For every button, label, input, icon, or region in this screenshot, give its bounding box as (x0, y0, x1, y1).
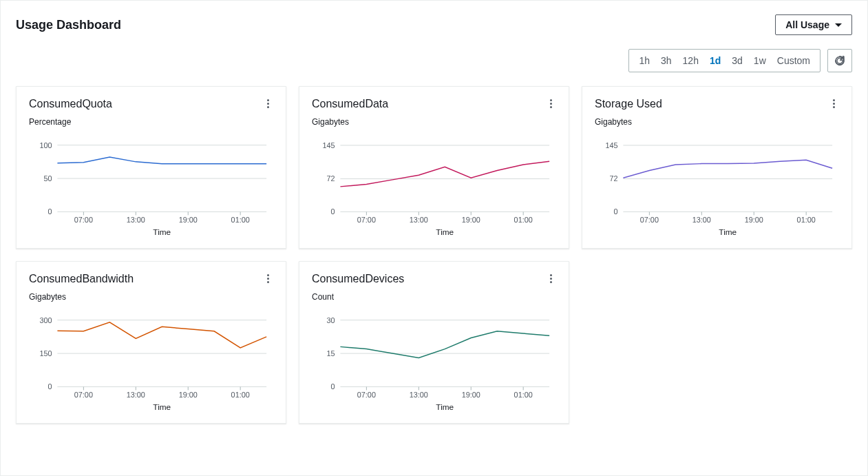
svg-text:0: 0 (47, 207, 52, 216)
svg-text:50: 50 (43, 174, 52, 183)
svg-text:72: 72 (609, 174, 617, 183)
svg-text:07:00: 07:00 (357, 216, 376, 224)
card-menu-button[interactable] (263, 98, 273, 110)
chart-card-consumeddata: ConsumedDataGigabytes07214507:0013:0019:… (299, 86, 569, 249)
svg-text:Time: Time (436, 402, 454, 412)
card-title: ConsumedBandwidth (29, 273, 134, 285)
svg-text:0: 0 (330, 207, 335, 216)
svg-text:Time: Time (436, 227, 454, 237)
caret-down-icon (835, 23, 842, 27)
svg-text:72: 72 (326, 174, 335, 183)
card-menu-button[interactable] (546, 273, 556, 284)
svg-text:150: 150 (39, 349, 52, 358)
card-menu-button[interactable] (263, 273, 273, 284)
filter-dropdown[interactable]: All Usage (775, 14, 852, 35)
svg-text:07:00: 07:00 (74, 216, 93, 224)
card-header: ConsumedData (312, 98, 556, 110)
kebab-icon (550, 274, 552, 283)
card-title: ConsumedData (312, 98, 388, 110)
chart-svg: 07214507:0013:0019:0001:00Time (312, 131, 556, 241)
time-range-1w[interactable]: 1w (748, 52, 772, 69)
refresh-button[interactable] (827, 49, 852, 72)
card-header: ConsumedDevices (312, 273, 556, 285)
card-header: Storage Used (595, 98, 839, 110)
chart-svg: 0153007:0013:0019:0001:00Time (312, 306, 556, 416)
card-menu-button[interactable] (546, 98, 556, 110)
card-title: ConsumedDevices (312, 273, 404, 285)
chart-svg: 05010007:0013:0019:0001:00Time (29, 131, 273, 241)
card-title: Storage Used (595, 98, 662, 110)
time-range-3h[interactable]: 3h (655, 52, 677, 69)
kebab-icon (550, 99, 552, 108)
refresh-icon (834, 55, 845, 66)
svg-text:01:00: 01:00 (514, 391, 533, 399)
controls-row: 1h3h12h1d3d1wCustom (16, 49, 852, 72)
svg-text:19:00: 19:00 (745, 216, 763, 224)
svg-text:01:00: 01:00 (231, 216, 250, 224)
chart-y-axis-label: Percentage (29, 117, 273, 127)
svg-text:01:00: 01:00 (797, 216, 816, 224)
card-title: ConsumedQuota (29, 98, 112, 110)
svg-text:300: 300 (39, 316, 52, 324)
svg-text:19:00: 19:00 (179, 391, 198, 399)
svg-text:Time: Time (719, 227, 737, 237)
chart-card-consumedquota: ConsumedQuotaPercentage05010007:0013:001… (16, 86, 286, 249)
svg-text:Time: Time (153, 402, 171, 412)
card-header: ConsumedBandwidth (29, 273, 273, 285)
card-header: ConsumedQuota (29, 98, 273, 110)
svg-text:0: 0 (330, 382, 335, 391)
chart-y-axis-label: Gigabytes (312, 117, 556, 127)
chart-series-line (623, 160, 832, 178)
time-range-custom[interactable]: Custom (772, 52, 816, 69)
svg-text:13:00: 13:00 (410, 216, 428, 224)
time-range-12h[interactable]: 12h (677, 52, 704, 69)
svg-text:13:00: 13:00 (127, 391, 145, 399)
chart-series-line (57, 322, 266, 348)
svg-text:01:00: 01:00 (231, 391, 250, 399)
svg-text:07:00: 07:00 (74, 391, 93, 399)
chart-y-axis-label: Gigabytes (29, 292, 273, 302)
filter-dropdown-label: All Usage (785, 19, 829, 30)
card-menu-button[interactable] (829, 98, 839, 110)
chart-series-line (340, 161, 549, 187)
kebab-icon (267, 99, 269, 108)
svg-text:Time: Time (153, 227, 171, 237)
svg-text:100: 100 (39, 141, 52, 149)
svg-text:19:00: 19:00 (462, 216, 480, 224)
time-range-selector: 1h3h12h1d3d1wCustom (628, 49, 821, 72)
kebab-icon (267, 274, 269, 283)
chart-card-storage-used: Storage UsedGigabytes07214507:0013:0019:… (582, 86, 852, 249)
chart-y-axis-label: Count (312, 292, 556, 302)
chart-card-consumedbandwidth: ConsumedBandwidthGigabytes015030007:0013… (16, 261, 286, 424)
page-title: Usage Dashboard (16, 18, 121, 32)
time-range-3d[interactable]: 3d (726, 52, 748, 69)
svg-text:13:00: 13:00 (692, 216, 711, 224)
time-range-1d[interactable]: 1d (704, 52, 726, 69)
chart-card-consumeddevices: ConsumedDevicesCount0153007:0013:0019:00… (299, 261, 569, 424)
chart-series-line (340, 331, 549, 358)
chart-svg: 015030007:0013:0019:0001:00Time (29, 306, 273, 416)
svg-text:19:00: 19:00 (462, 391, 480, 399)
svg-text:13:00: 13:00 (127, 216, 145, 224)
svg-text:145: 145 (605, 141, 617, 149)
time-range-1h[interactable]: 1h (633, 52, 655, 69)
chart-svg: 07214507:0013:0019:0001:00Time (595, 131, 839, 241)
svg-text:0: 0 (47, 382, 52, 391)
svg-text:01:00: 01:00 (514, 216, 533, 224)
svg-text:30: 30 (326, 316, 335, 324)
svg-text:19:00: 19:00 (179, 216, 198, 224)
chart-y-axis-label: Gigabytes (595, 117, 839, 127)
kebab-icon (833, 99, 835, 108)
svg-text:07:00: 07:00 (640, 216, 659, 224)
svg-text:0: 0 (613, 207, 617, 216)
svg-text:13:00: 13:00 (410, 391, 428, 399)
chart-series-line (57, 157, 266, 164)
svg-text:07:00: 07:00 (357, 391, 376, 399)
svg-text:145: 145 (322, 141, 335, 149)
svg-text:15: 15 (326, 349, 335, 358)
chart-grid: ConsumedQuotaPercentage05010007:0013:001… (16, 86, 852, 424)
header-row: Usage Dashboard All Usage (16, 14, 852, 35)
dashboard-page: Usage Dashboard All Usage 1h3h12h1d3d1wC… (0, 0, 868, 476)
